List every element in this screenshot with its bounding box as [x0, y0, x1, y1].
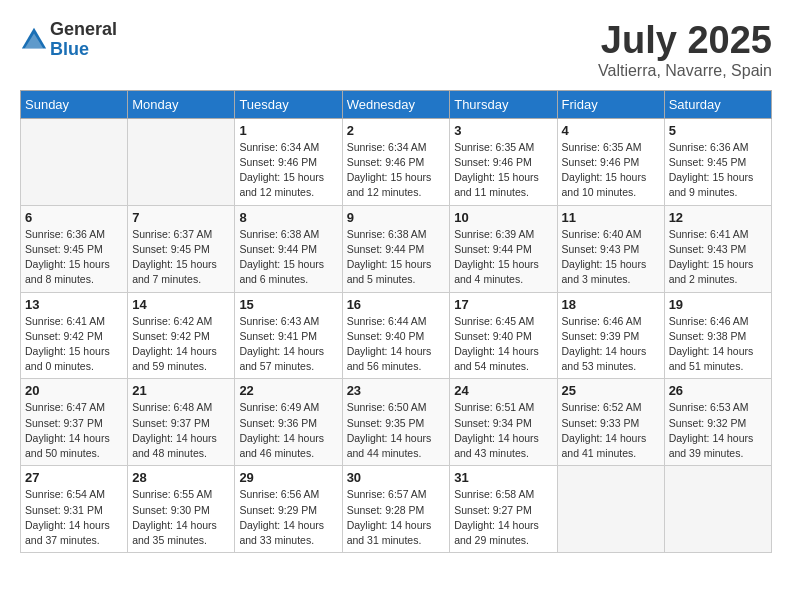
day-number: 13 [25, 297, 123, 312]
day-detail: Sunrise: 6:51 AMSunset: 9:34 PMDaylight:… [454, 400, 552, 461]
calendar-cell: 27Sunrise: 6:54 AMSunset: 9:31 PMDayligh… [21, 466, 128, 553]
calendar-week-4: 20Sunrise: 6:47 AMSunset: 9:37 PMDayligh… [21, 379, 772, 466]
calendar-cell: 1Sunrise: 6:34 AMSunset: 9:46 PMDaylight… [235, 118, 342, 205]
calendar-table: SundayMondayTuesdayWednesdayThursdayFrid… [20, 90, 772, 553]
day-detail: Sunrise: 6:43 AMSunset: 9:41 PMDaylight:… [239, 314, 337, 375]
calendar-week-2: 6Sunrise: 6:36 AMSunset: 9:45 PMDaylight… [21, 205, 772, 292]
day-detail: Sunrise: 6:40 AMSunset: 9:43 PMDaylight:… [562, 227, 660, 288]
day-detail: Sunrise: 6:41 AMSunset: 9:42 PMDaylight:… [25, 314, 123, 375]
day-detail: Sunrise: 6:37 AMSunset: 9:45 PMDaylight:… [132, 227, 230, 288]
calendar-cell [21, 118, 128, 205]
day-number: 17 [454, 297, 552, 312]
day-of-week-sunday: Sunday [21, 90, 128, 118]
calendar-body: 1Sunrise: 6:34 AMSunset: 9:46 PMDaylight… [21, 118, 772, 552]
day-number: 12 [669, 210, 767, 225]
days-of-week-row: SundayMondayTuesdayWednesdayThursdayFrid… [21, 90, 772, 118]
day-of-week-wednesday: Wednesday [342, 90, 450, 118]
calendar-cell [664, 466, 771, 553]
day-detail: Sunrise: 6:44 AMSunset: 9:40 PMDaylight:… [347, 314, 446, 375]
day-of-week-monday: Monday [128, 90, 235, 118]
day-number: 7 [132, 210, 230, 225]
calendar-cell: 29Sunrise: 6:56 AMSunset: 9:29 PMDayligh… [235, 466, 342, 553]
day-number: 2 [347, 123, 446, 138]
day-number: 8 [239, 210, 337, 225]
calendar-cell: 9Sunrise: 6:38 AMSunset: 9:44 PMDaylight… [342, 205, 450, 292]
day-detail: Sunrise: 6:36 AMSunset: 9:45 PMDaylight:… [25, 227, 123, 288]
day-number: 6 [25, 210, 123, 225]
calendar-cell: 13Sunrise: 6:41 AMSunset: 9:42 PMDayligh… [21, 292, 128, 379]
calendar-cell: 21Sunrise: 6:48 AMSunset: 9:37 PMDayligh… [128, 379, 235, 466]
day-detail: Sunrise: 6:34 AMSunset: 9:46 PMDaylight:… [347, 140, 446, 201]
calendar-cell: 15Sunrise: 6:43 AMSunset: 9:41 PMDayligh… [235, 292, 342, 379]
day-number: 3 [454, 123, 552, 138]
logo-text: General Blue [50, 20, 117, 60]
day-detail: Sunrise: 6:52 AMSunset: 9:33 PMDaylight:… [562, 400, 660, 461]
day-number: 15 [239, 297, 337, 312]
calendar-cell [128, 118, 235, 205]
day-detail: Sunrise: 6:50 AMSunset: 9:35 PMDaylight:… [347, 400, 446, 461]
calendar-cell: 11Sunrise: 6:40 AMSunset: 9:43 PMDayligh… [557, 205, 664, 292]
calendar-cell [557, 466, 664, 553]
day-detail: Sunrise: 6:53 AMSunset: 9:32 PMDaylight:… [669, 400, 767, 461]
calendar-cell: 22Sunrise: 6:49 AMSunset: 9:36 PMDayligh… [235, 379, 342, 466]
calendar-cell: 16Sunrise: 6:44 AMSunset: 9:40 PMDayligh… [342, 292, 450, 379]
day-number: 1 [239, 123, 337, 138]
day-detail: Sunrise: 6:54 AMSunset: 9:31 PMDaylight:… [25, 487, 123, 548]
calendar-header: SundayMondayTuesdayWednesdayThursdayFrid… [21, 90, 772, 118]
day-number: 29 [239, 470, 337, 485]
day-number: 20 [25, 383, 123, 398]
day-number: 10 [454, 210, 552, 225]
calendar-cell: 4Sunrise: 6:35 AMSunset: 9:46 PMDaylight… [557, 118, 664, 205]
day-number: 23 [347, 383, 446, 398]
calendar-cell: 6Sunrise: 6:36 AMSunset: 9:45 PMDaylight… [21, 205, 128, 292]
day-detail: Sunrise: 6:34 AMSunset: 9:46 PMDaylight:… [239, 140, 337, 201]
calendar-cell: 3Sunrise: 6:35 AMSunset: 9:46 PMDaylight… [450, 118, 557, 205]
calendar-cell: 12Sunrise: 6:41 AMSunset: 9:43 PMDayligh… [664, 205, 771, 292]
calendar-cell: 5Sunrise: 6:36 AMSunset: 9:45 PMDaylight… [664, 118, 771, 205]
day-detail: Sunrise: 6:35 AMSunset: 9:46 PMDaylight:… [454, 140, 552, 201]
day-detail: Sunrise: 6:45 AMSunset: 9:40 PMDaylight:… [454, 314, 552, 375]
location: Valtierra, Navarre, Spain [598, 62, 772, 80]
day-detail: Sunrise: 6:49 AMSunset: 9:36 PMDaylight:… [239, 400, 337, 461]
calendar-cell: 17Sunrise: 6:45 AMSunset: 9:40 PMDayligh… [450, 292, 557, 379]
day-detail: Sunrise: 6:47 AMSunset: 9:37 PMDaylight:… [25, 400, 123, 461]
calendar-cell: 25Sunrise: 6:52 AMSunset: 9:33 PMDayligh… [557, 379, 664, 466]
day-number: 24 [454, 383, 552, 398]
calendar-cell: 24Sunrise: 6:51 AMSunset: 9:34 PMDayligh… [450, 379, 557, 466]
day-number: 22 [239, 383, 337, 398]
logo-icon [20, 26, 48, 54]
day-detail: Sunrise: 6:38 AMSunset: 9:44 PMDaylight:… [347, 227, 446, 288]
day-detail: Sunrise: 6:56 AMSunset: 9:29 PMDaylight:… [239, 487, 337, 548]
day-number: 31 [454, 470, 552, 485]
calendar-week-1: 1Sunrise: 6:34 AMSunset: 9:46 PMDaylight… [21, 118, 772, 205]
day-detail: Sunrise: 6:42 AMSunset: 9:42 PMDaylight:… [132, 314, 230, 375]
day-detail: Sunrise: 6:41 AMSunset: 9:43 PMDaylight:… [669, 227, 767, 288]
day-number: 11 [562, 210, 660, 225]
day-detail: Sunrise: 6:48 AMSunset: 9:37 PMDaylight:… [132, 400, 230, 461]
month-title: July 2025 [598, 20, 772, 62]
day-detail: Sunrise: 6:58 AMSunset: 9:27 PMDaylight:… [454, 487, 552, 548]
day-detail: Sunrise: 6:46 AMSunset: 9:39 PMDaylight:… [562, 314, 660, 375]
day-number: 18 [562, 297, 660, 312]
day-detail: Sunrise: 6:39 AMSunset: 9:44 PMDaylight:… [454, 227, 552, 288]
day-detail: Sunrise: 6:36 AMSunset: 9:45 PMDaylight:… [669, 140, 767, 201]
calendar-cell: 28Sunrise: 6:55 AMSunset: 9:30 PMDayligh… [128, 466, 235, 553]
title-block: July 2025 Valtierra, Navarre, Spain [598, 20, 772, 80]
day-detail: Sunrise: 6:55 AMSunset: 9:30 PMDaylight:… [132, 487, 230, 548]
calendar-cell: 31Sunrise: 6:58 AMSunset: 9:27 PMDayligh… [450, 466, 557, 553]
day-number: 21 [132, 383, 230, 398]
calendar-cell: 8Sunrise: 6:38 AMSunset: 9:44 PMDaylight… [235, 205, 342, 292]
calendar-cell: 14Sunrise: 6:42 AMSunset: 9:42 PMDayligh… [128, 292, 235, 379]
page-header: General Blue July 2025 Valtierra, Navarr… [20, 20, 772, 80]
day-number: 4 [562, 123, 660, 138]
day-detail: Sunrise: 6:35 AMSunset: 9:46 PMDaylight:… [562, 140, 660, 201]
calendar-cell: 19Sunrise: 6:46 AMSunset: 9:38 PMDayligh… [664, 292, 771, 379]
calendar-week-5: 27Sunrise: 6:54 AMSunset: 9:31 PMDayligh… [21, 466, 772, 553]
day-of-week-saturday: Saturday [664, 90, 771, 118]
day-detail: Sunrise: 6:57 AMSunset: 9:28 PMDaylight:… [347, 487, 446, 548]
day-number: 27 [25, 470, 123, 485]
day-number: 16 [347, 297, 446, 312]
logo-general-text: General [50, 20, 117, 40]
day-number: 30 [347, 470, 446, 485]
calendar-cell: 18Sunrise: 6:46 AMSunset: 9:39 PMDayligh… [557, 292, 664, 379]
